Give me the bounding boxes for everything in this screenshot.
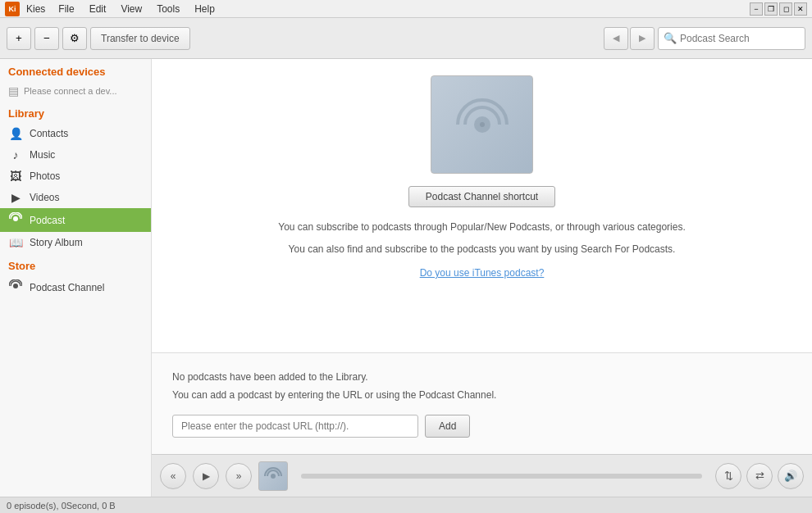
sidebar-item-podcast[interactable]: Podcast <box>0 208 151 232</box>
sidebar-item-story-album[interactable]: 📖 Story Album <box>0 232 151 253</box>
window-controls: − ❐ ◻ ✕ <box>750 2 807 16</box>
url-input-row: Add <box>172 415 791 438</box>
settings-button[interactable]: ⚙ <box>62 27 87 50</box>
music-icon: ♪ <box>8 148 23 161</box>
main-panel: Podcast Channel shortcut You can subscri… <box>152 59 812 497</box>
search-icon: 🔍 <box>664 32 677 44</box>
device-label: Please connect a dev... <box>24 86 117 96</box>
status-text: 0 episode(s), 0Second, 0 B <box>7 501 116 511</box>
play-button[interactable]: ▶ <box>193 463 219 489</box>
add-button[interactable]: + <box>7 27 31 50</box>
title-bar: Ki Kies File Edit View Tools Help − ❐ ◻ … <box>0 0 812 18</box>
menu-tools[interactable]: Tools <box>150 2 186 16</box>
sidebar-item-music[interactable]: ♪ Music <box>0 144 151 166</box>
forward-button[interactable]: » <box>226 463 252 489</box>
title-bar-left: Ki Kies File Edit View Tools Help <box>5 2 221 16</box>
sort-button[interactable]: ⇅ <box>715 463 741 489</box>
menu-view[interactable]: View <box>114 2 148 16</box>
podcast-channel-icon <box>8 279 23 295</box>
photos-icon: 🖼 <box>8 170 23 183</box>
sidebar-label-story-album: Story Album <box>30 237 83 248</box>
podcast-desc-line2: You can also find and subscribe to the p… <box>289 242 676 257</box>
restore-button[interactable]: ❐ <box>764 2 778 16</box>
app-name: Kies <box>26 3 45 15</box>
device-icon: ▤ <box>8 84 19 98</box>
podcast-artwork <box>431 75 533 174</box>
minimize-button[interactable]: − <box>750 2 763 16</box>
svg-point-3 <box>480 122 485 127</box>
connected-devices-header: Connected devices <box>0 59 151 81</box>
sidebar-label-podcast: Podcast <box>30 215 65 226</box>
nav-buttons: ◀ ▶ <box>604 27 655 50</box>
app-logo: Ki <box>5 2 20 16</box>
no-podcast-line2: You can add a podcast by entering the UR… <box>172 388 791 402</box>
story-album-icon: 📖 <box>8 236 23 249</box>
menu-bar: File Edit View Tools Help <box>52 2 221 16</box>
status-bar: 0 episode(s), 0Second, 0 B <box>0 497 812 513</box>
store-header: Store <box>0 253 151 275</box>
device-item: ▤ Please connect a dev... <box>0 81 151 101</box>
volume-button[interactable]: 🔊 <box>778 463 804 489</box>
app-container: + − ⚙ Transfer to device ◀ ▶ 🔍 Connected… <box>0 18 812 513</box>
shuffle-button[interactable]: ⇄ <box>746 463 773 489</box>
delete-button[interactable]: − <box>34 27 59 50</box>
menu-file[interactable]: File <box>52 2 80 16</box>
sidebar-label-photos: Photos <box>30 170 60 182</box>
content-area: Connected devices ▤ Please connect a dev… <box>0 59 812 497</box>
maximize-button[interactable]: ◻ <box>779 2 792 16</box>
nav-prev-button[interactable]: ◀ <box>604 27 628 50</box>
svg-point-4 <box>271 474 276 479</box>
player-right-buttons: ⇅ ⇄ 🔊 <box>715 463 804 489</box>
player-thumbnail <box>258 461 288 491</box>
svg-point-0 <box>13 216 18 221</box>
sidebar-item-contacts[interactable]: 👤 Contacts <box>0 123 151 144</box>
podcast-channel-shortcut-button[interactable]: Podcast Channel shortcut <box>408 186 555 207</box>
no-podcast-line1: No podcasts have been added to the Libra… <box>172 370 791 384</box>
podcast-icon <box>8 212 23 228</box>
sidebar-label-music: Music <box>30 149 55 161</box>
sidebar: Connected devices ▤ Please connect a dev… <box>0 59 152 497</box>
podcast-add-section: No podcasts have been added to the Libra… <box>152 352 812 454</box>
close-button[interactable]: ✕ <box>794 2 807 16</box>
contacts-icon: 👤 <box>8 127 23 140</box>
podcast-content: Podcast Channel shortcut You can subscri… <box>152 59 812 352</box>
library-header: Library <box>0 101 151 123</box>
rewind-button[interactable]: « <box>160 463 186 489</box>
menu-edit[interactable]: Edit <box>83 2 113 16</box>
itunes-link[interactable]: Do you use iTunes podcast? <box>420 267 545 279</box>
menu-help[interactable]: Help <box>188 2 221 16</box>
progress-bar[interactable] <box>301 474 702 479</box>
videos-icon: ▶ <box>8 191 23 204</box>
toolbar: + − ⚙ Transfer to device ◀ ▶ 🔍 <box>0 18 812 59</box>
search-input[interactable] <box>680 33 795 44</box>
sidebar-label-podcast-channel: Podcast Channel <box>30 282 104 293</box>
sidebar-label-videos: Videos <box>30 192 59 203</box>
sidebar-label-contacts: Contacts <box>30 128 68 139</box>
transfer-button[interactable]: Transfer to device <box>90 27 190 50</box>
search-box: 🔍 <box>658 27 805 50</box>
sidebar-item-podcast-channel[interactable]: Podcast Channel <box>0 275 151 299</box>
nav-next-button[interactable]: ▶ <box>630 27 655 50</box>
sidebar-item-photos[interactable]: 🖼 Photos <box>0 166 151 187</box>
url-input[interactable] <box>172 415 418 438</box>
player-bar: « ▶ » ⇅ ⇄ � <box>152 454 812 497</box>
svg-point-1 <box>13 284 18 288</box>
sidebar-item-videos[interactable]: ▶ Videos <box>0 187 151 208</box>
add-button[interactable]: Add <box>425 415 470 438</box>
podcast-desc-line1: You can subscribe to podcasts through Po… <box>278 220 686 235</box>
